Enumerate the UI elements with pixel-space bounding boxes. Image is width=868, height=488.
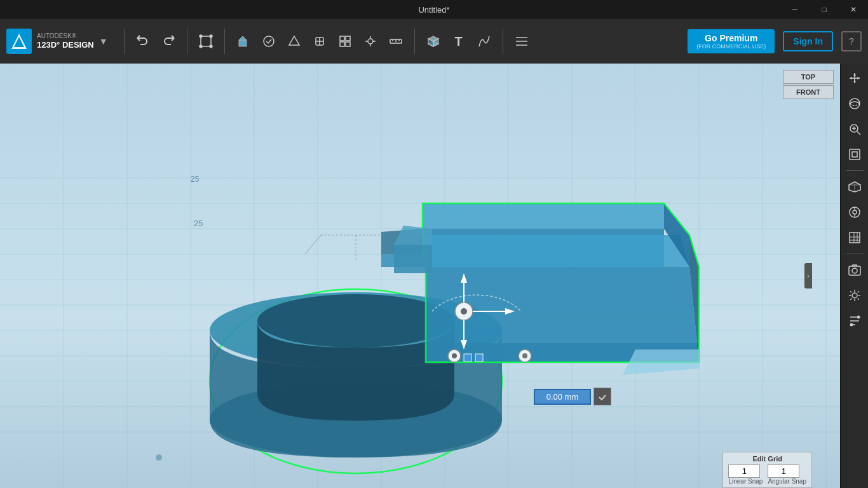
svg-marker-10: [289, 36, 299, 45]
select-tool-button[interactable]: [194, 29, 218, 53]
settings-button[interactable]: [843, 284, 866, 307]
svg-rect-94: [850, 149, 860, 159]
linear-snap-area: Linear Snap: [728, 464, 763, 485]
svg-point-110: [852, 293, 857, 298]
modify-button[interactable]: [308, 29, 332, 53]
svg-rect-15: [346, 36, 350, 41]
titlebar-controls: ─ □ ✕: [780, 0, 868, 19]
view-box-button[interactable]: [843, 175, 866, 198]
text-button[interactable]: T: [447, 29, 471, 53]
viewport[interactable]: 25: [0, 64, 840, 488]
svg-rect-81: [464, 354, 471, 362]
angular-snap-label: Angular Snap: [768, 478, 806, 485]
freeform-button[interactable]: [472, 29, 496, 53]
svg-rect-7: [239, 40, 247, 46]
view-cube: TOP FRONT: [783, 70, 834, 99]
history-group: [131, 29, 180, 53]
zoom-button[interactable]: [843, 118, 866, 140]
right-divider-1: [846, 170, 864, 171]
divider-4: [414, 29, 415, 54]
grid-view-button[interactable]: [843, 226, 866, 249]
logo-dropdown[interactable]: ▼: [99, 36, 108, 46]
scene-svg: 25: [0, 64, 840, 488]
svg-point-4: [210, 35, 212, 37]
edit-grid-title: Edit Grid: [728, 455, 806, 463]
orbit-button[interactable]: [843, 92, 866, 115]
svg-rect-108: [849, 266, 860, 275]
svg-marker-85: [853, 73, 856, 76]
svg-rect-103: [850, 233, 860, 243]
autodesk-label: AUTODESK®: [37, 32, 94, 40]
svg-marker-8: [239, 36, 247, 40]
zoom-extents-button[interactable]: [843, 143, 866, 166]
measure-confirm-button[interactable]: [593, 388, 611, 405]
premium-label: Go Premium: [696, 33, 766, 43]
edit-grid-panel: Edit Grid Linear Snap Angular Snap: [722, 452, 812, 488]
logo-text: AUTODESK® 123D° DESIGN: [37, 32, 94, 51]
maximize-button[interactable]: □: [810, 0, 839, 19]
display-settings-button[interactable]: [843, 309, 866, 332]
help-button[interactable]: ?: [841, 31, 862, 51]
signin-button[interactable]: Sign In: [783, 31, 833, 51]
divider-5: [503, 29, 503, 54]
ruler-25: 25: [191, 175, 199, 184]
svg-point-100: [853, 210, 857, 214]
svg-line-91: [857, 132, 860, 135]
svg-point-70: [461, 308, 467, 315]
svg-point-18: [368, 39, 373, 44]
measure-button[interactable]: [384, 29, 408, 53]
pattern-button[interactable]: [333, 29, 357, 53]
svg-point-5: [200, 45, 202, 48]
svg-point-114: [857, 316, 860, 319]
premium-button[interactable]: Go Premium (FOR COMMERCIAL USE): [688, 29, 775, 53]
svg-point-115: [850, 323, 853, 327]
snap-row: Linear Snap Angular Snap: [728, 464, 806, 485]
svg-point-80: [522, 353, 527, 358]
divider-3: [224, 29, 225, 54]
angular-snap-input[interactable]: [768, 464, 799, 478]
titlebar-title: Untitled*: [418, 5, 449, 15]
svg-point-78: [452, 353, 457, 358]
view-type-button[interactable]: [843, 201, 866, 224]
primitives-button[interactable]: [231, 29, 255, 53]
svg-rect-14: [340, 36, 344, 41]
svg-rect-2: [201, 36, 211, 46]
measure-field[interactable]: [534, 389, 591, 405]
toolbar: AUTODESK® 123D° DESIGN ▼: [0, 19, 868, 64]
divider-1: [124, 29, 125, 54]
svg-point-9: [264, 36, 274, 46]
svg-marker-86: [853, 81, 856, 83]
screenshot-button[interactable]: [843, 259, 866, 281]
svg-point-60: [156, 454, 162, 461]
sketch-button[interactable]: [257, 29, 281, 53]
svg-text:25: 25: [194, 219, 203, 228]
svg-rect-17: [346, 42, 350, 46]
svg-point-89: [850, 98, 860, 109]
svg-marker-88: [857, 77, 860, 79]
layers-button[interactable]: [510, 29, 534, 53]
titlebar: Untitled* ─ □ ✕: [0, 0, 868, 19]
right-panel: [840, 64, 868, 488]
view-cube-button[interactable]: [421, 29, 445, 53]
linear-snap-input[interactable]: [728, 464, 760, 478]
linear-snap-label: Linear Snap: [728, 478, 763, 485]
expand-panel-tab[interactable]: ›: [804, 263, 812, 288]
minimize-button[interactable]: ─: [780, 0, 810, 19]
pan-button[interactable]: [843, 67, 866, 90]
measure-input-area: [534, 388, 611, 405]
svg-point-3: [200, 35, 202, 37]
view-front-button[interactable]: FRONT: [783, 85, 834, 99]
extra-group: T: [421, 29, 496, 53]
angular-snap-area: Angular Snap: [768, 464, 806, 485]
primitives-group: [231, 29, 408, 53]
logo-icon[interactable]: [6, 29, 32, 54]
close-button[interactable]: ✕: [839, 0, 868, 19]
snap-button[interactable]: [358, 29, 383, 53]
redo-button[interactable]: [156, 29, 180, 53]
right-divider-2: [846, 254, 864, 254]
svg-point-109: [852, 268, 857, 273]
undo-button[interactable]: [131, 29, 155, 53]
view-top-button[interactable]: TOP: [783, 70, 834, 84]
construct-button[interactable]: [282, 29, 306, 53]
premium-sublabel: (FOR COMMERCIAL USE): [696, 43, 766, 50]
